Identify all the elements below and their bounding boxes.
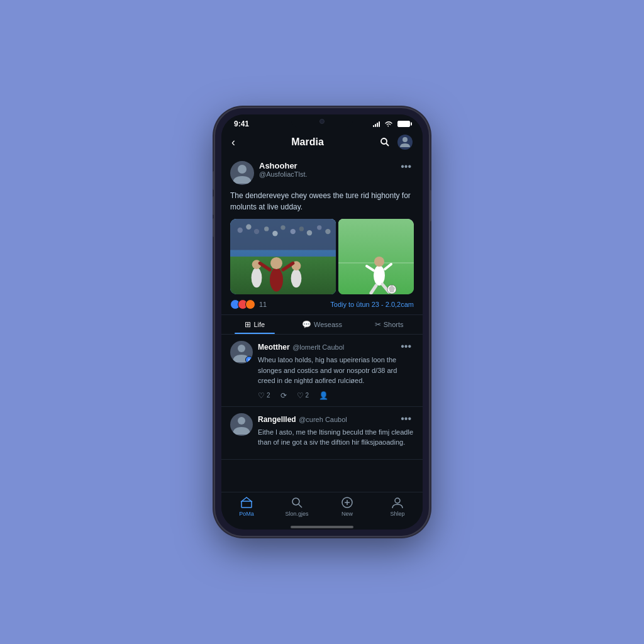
svg-point-7 [246, 225, 251, 230]
main-post-card: Ashooher @AusfoliacTlst. ••• The dendere… [221, 153, 423, 315]
svg-point-43 [395, 498, 400, 503]
feed-content-2: Rangellled @cureh Caubol ••• Eithe l ast… [258, 413, 414, 453]
tab-life[interactable]: ⊞ Life [221, 315, 289, 334]
heart-outline-icon: ♡ [258, 391, 265, 400]
svg-point-10 [272, 231, 277, 236]
feed-handle-2: @cureh Caubol [299, 416, 347, 423]
feed-avatar-1: i [230, 341, 253, 364]
svg-point-6 [238, 228, 243, 233]
phone-screen: 9:41 ‹ Mardia [221, 114, 423, 530]
svg-point-14 [307, 230, 312, 235]
feed-more-2[interactable]: ••• [398, 413, 414, 425]
svg-point-28 [374, 265, 385, 286]
weseass-icon: 💬 [302, 320, 311, 329]
post-timestamp: Todiy to ūtun 23 - 2.0,2cam [330, 301, 414, 308]
phone-frame: 9:41 ‹ Mardia [215, 108, 429, 536]
post-user-info: Ashooher @AusfoliacTlst. [259, 161, 398, 178]
svg-point-0 [381, 138, 387, 144]
home-indicator [291, 526, 353, 528]
camera-dot [319, 119, 325, 124]
feed-username-1[interactable]: Meotther [258, 343, 290, 352]
post-image-right [338, 219, 414, 294]
page-title: Mardia [291, 136, 324, 148]
feed-item-1: i Meotther @lomerlt Caubol ••• Wheu lato… [221, 335, 423, 407]
feed-text-2: Eithe l asto, me the ltisning becuId tth… [258, 427, 414, 448]
wifi-icon [384, 121, 393, 127]
svg-point-11 [280, 225, 285, 230]
signal-icon [373, 121, 380, 127]
app-header: ‹ Mardia [221, 131, 423, 153]
tab-shorts-label: Shorts [384, 321, 404, 328]
post-username[interactable]: Ashooher [259, 161, 398, 170]
feed-actions-1: ♡ 2 ⟳ ♡ 2 👤 [258, 391, 414, 400]
shorts-icon: ✂ [375, 320, 381, 329]
search-nav-icon [291, 496, 303, 509]
svg-rect-17 [230, 257, 336, 294]
svg-point-16 [325, 229, 330, 234]
svg-point-22 [291, 269, 302, 287]
feed-item-2: Rangellled @cureh Caubol ••• Eithe l ast… [221, 407, 423, 460]
reaction-dot-3 [245, 299, 255, 309]
feed-user-1: Meotther @lomerlt Caubol [258, 341, 344, 352]
feed-heart-1[interactable]: ♡ 2 [297, 391, 309, 400]
share-icon: 👤 [319, 391, 328, 400]
scroll-content[interactable]: Ashooher @AusfoliacTlst. ••• The dendere… [221, 153, 423, 492]
feed-share-1[interactable]: 👤 [319, 391, 328, 400]
post-avatar [230, 161, 254, 185]
nav-search-label: Slon.gjes [285, 511, 308, 517]
feed-like-1[interactable]: ♡ 2 [258, 391, 270, 400]
tab-weseass-label: Weseass [314, 321, 342, 328]
reaction-count: 11 [259, 301, 267, 308]
status-icons [373, 121, 410, 127]
post-image-left [230, 219, 336, 294]
svg-point-19 [270, 257, 282, 269]
svg-point-35 [238, 345, 245, 352]
post-stats: 11 Todiy to ūtun 23 - 2.0,2cam [230, 299, 414, 309]
svg-point-20 [252, 268, 262, 288]
header-actions [380, 135, 413, 150]
svg-point-3 [238, 165, 247, 174]
svg-point-8 [254, 229, 259, 234]
tab-weseass[interactable]: 💬 Weseass [289, 315, 356, 334]
nav-search[interactable]: Slon.gjes [272, 496, 322, 517]
home-nav-icon [240, 496, 253, 509]
profile-nav-icon [391, 496, 404, 509]
feed-text-1: Wheu latoo holds, hig has upeirerias loo… [258, 355, 414, 386]
svg-line-39 [299, 504, 302, 508]
back-button[interactable]: ‹ [231, 136, 235, 149]
post-header: Ashooher @AusfoliacTlst. ••• [230, 161, 414, 185]
post-text: The denderevey‍e chey owees the ture rid… [230, 190, 414, 213]
feed-username-2[interactable]: Rangellled [258, 415, 296, 424]
search-icon[interactable] [380, 137, 390, 147]
feed-retweet-1[interactable]: ⟳ [280, 391, 287, 400]
tab-shorts[interactable]: ✂ Shorts [355, 315, 423, 334]
heart-count-1: 2 [306, 392, 309, 399]
battery-icon [397, 121, 410, 127]
reactions: 11 [230, 299, 267, 309]
nav-profile[interactable]: Shlep [372, 496, 423, 517]
profile-avatar-header[interactable] [397, 135, 413, 150]
nav-home-label: PoMa [239, 511, 254, 517]
feed-avatar-2 [230, 413, 253, 436]
svg-point-2 [402, 137, 408, 142]
svg-point-15 [317, 225, 321, 230]
tabs-row: ⊞ Life 💬 Weseass ✂ Shorts [221, 315, 423, 335]
post-more-button[interactable]: ••• [398, 161, 414, 172]
like-count-1: 2 [267, 392, 270, 399]
tab-life-label: Life [253, 321, 265, 328]
svg-point-12 [291, 229, 296, 234]
nav-new-label: New [341, 511, 353, 517]
svg-point-13 [299, 226, 304, 231]
nav-new[interactable]: New [322, 496, 372, 517]
nav-home[interactable]: PoMa [221, 496, 272, 517]
soccer-crowd-image [230, 219, 336, 294]
status-time: 9:41 [234, 119, 249, 128]
feed-more-1[interactable]: ••• [398, 341, 414, 352]
post-images [230, 219, 414, 294]
feed-header-2: Rangellled @cureh Caubol ••• [258, 413, 414, 425]
svg-line-1 [386, 143, 389, 146]
svg-point-18 [270, 268, 283, 292]
retweet-icon: ⟳ [280, 391, 287, 400]
phone-notch [291, 114, 353, 128]
svg-point-9 [264, 226, 269, 231]
